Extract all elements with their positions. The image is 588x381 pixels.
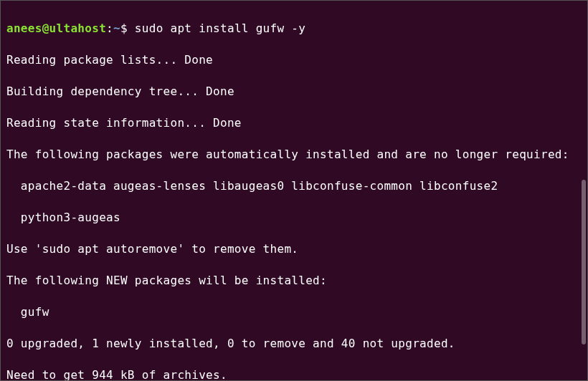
prompt-colon: : (106, 21, 113, 35)
output-line: The following packages were automaticall… (6, 147, 582, 163)
output-line: Need to get 944 kB of archives. (6, 367, 582, 381)
prompt-command: sudo apt install gufw -y (135, 21, 305, 35)
scrollbar-thumb[interactable] (582, 180, 586, 344)
output-line: python3-augeas (6, 210, 582, 226)
output-line: apache2-data augeas-lenses libaugeas0 li… (6, 178, 582, 194)
prompt-at: @ (42, 21, 49, 35)
prompt-host: ultahost (49, 21, 106, 35)
output-line: Reading state information... Done (6, 115, 582, 131)
prompt-symbol: $ (120, 21, 135, 35)
output-line: gufw (6, 304, 582, 320)
prompt-path: ~ (113, 21, 120, 35)
output-line: Reading package lists... Done (6, 52, 582, 68)
prompt-line: anees@ultahost:~$ sudo apt install gufw … (6, 21, 582, 37)
output-line: 0 upgraded, 1 newly installed, 0 to remo… (6, 336, 582, 352)
output-line: Building dependency tree... Done (6, 84, 582, 100)
output-line: The following NEW packages will be insta… (6, 273, 582, 289)
output-line: Use 'sudo apt autoremove' to remove them… (6, 241, 582, 257)
prompt-user: anees (6, 21, 42, 35)
terminal-output[interactable]: anees@ultahost:~$ sudo apt install gufw … (6, 5, 582, 381)
